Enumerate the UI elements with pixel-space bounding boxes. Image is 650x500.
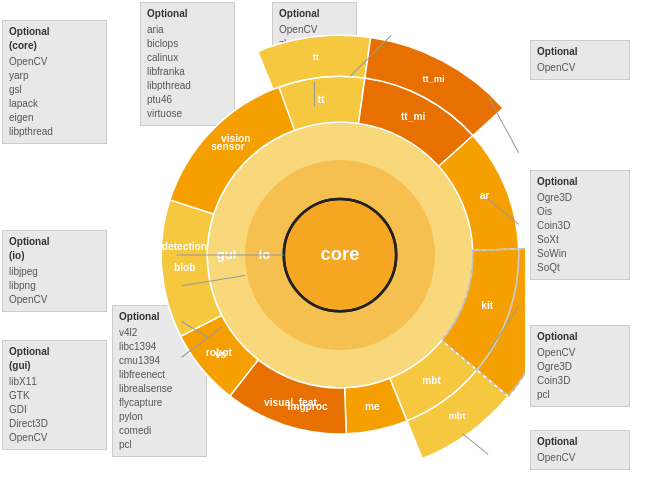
svg-text:tt: tt xyxy=(313,52,319,62)
svg-text:sensor: sensor xyxy=(211,141,244,152)
optional-io-items: libjpeglibpngOpenCV xyxy=(9,265,100,307)
optional-mbt-title: Optional xyxy=(537,330,623,344)
svg-text:tt_mi: tt_mi xyxy=(423,74,445,84)
optional-io-title: Optional(io) xyxy=(9,235,100,263)
svg-text:tt: tt xyxy=(318,94,325,105)
optional-box-io: Optional(io) libjpeglibpngOpenCV xyxy=(2,230,107,312)
svg-text:mbt: mbt xyxy=(422,375,441,386)
optional-tt-items: OpenCV xyxy=(537,61,623,75)
svg-text:blob: blob xyxy=(174,262,196,273)
svg-line-30 xyxy=(488,97,519,153)
svg-text:visual_feat.: visual_feat. xyxy=(264,397,320,408)
optional-mbt-items: OpenCVOgre3DCoin3Dpcl xyxy=(537,346,623,402)
dependency-chart: imgprocrobotdetectionvisiontttt_miarkitm… xyxy=(155,15,525,485)
optional-vs-title: Optional xyxy=(537,435,623,449)
optional-core-items: OpenCVyarpgsllapackeigenlibpthread xyxy=(9,55,100,139)
svg-text:gui: gui xyxy=(217,247,237,262)
optional-box-mbt: Optional OpenCVOgre3DCoin3Dpcl xyxy=(530,325,630,407)
optional-ar-title: Optional xyxy=(537,175,623,189)
optional-ar-items: Ogre3DOisCoin3DSoXtSoWinSoQt xyxy=(537,191,623,275)
svg-text:me: me xyxy=(365,401,380,412)
optional-box-gui: Optional(gui) libX11GTKGDIDirect3DOpenCV xyxy=(2,340,107,450)
optional-tt-title: Optional xyxy=(537,45,623,59)
optional-core-title: Optional(core) xyxy=(9,25,100,53)
svg-line-33 xyxy=(463,434,489,454)
optional-box-tt: Optional OpenCV xyxy=(530,40,630,80)
svg-text:core: core xyxy=(321,243,360,264)
optional-box-ar: Optional Ogre3DOisCoin3DSoXtSoWinSoQt xyxy=(530,170,630,280)
optional-vs-items: OpenCV xyxy=(537,451,623,465)
svg-text:ar: ar xyxy=(480,190,490,201)
svg-text:detection: detection xyxy=(162,241,207,252)
optional-box-core: Optional(core) OpenCVyarpgsllapackeigenl… xyxy=(2,20,107,144)
svg-text:kit: kit xyxy=(481,300,494,311)
optional-gui-title: Optional(gui) xyxy=(9,345,100,373)
optional-box-vs: Optional OpenCV xyxy=(530,430,630,470)
svg-text:vs: vs xyxy=(215,349,227,360)
svg-text:tt_mi: tt_mi xyxy=(401,111,426,122)
optional-gui-items: libX11GTKGDIDirect3DOpenCV xyxy=(9,375,100,445)
svg-text:io: io xyxy=(258,247,270,262)
svg-text:mbt: mbt xyxy=(449,411,466,421)
